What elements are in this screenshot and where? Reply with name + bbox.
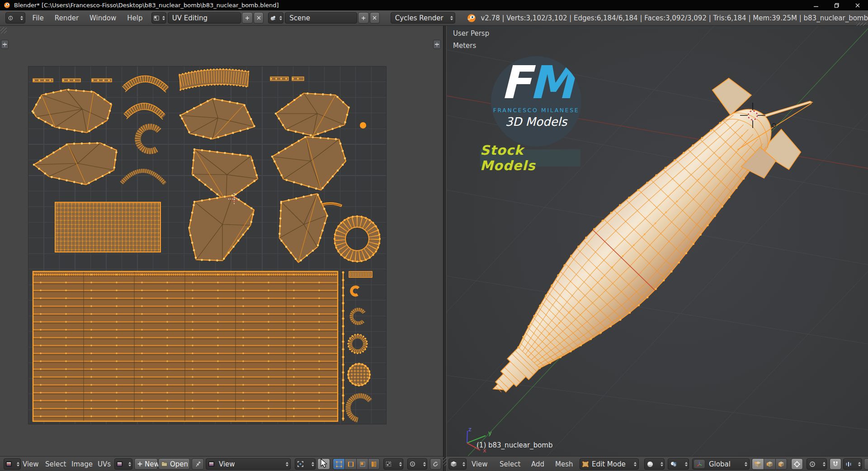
transform-orientation-group[interactable]: Global (692, 458, 750, 470)
close-button[interactable] (847, 0, 868, 10)
x-icon (256, 15, 261, 20)
delete-scene-button[interactable] (370, 12, 380, 24)
island-select-icon (370, 461, 377, 468)
uv-menu-view[interactable]: View (23, 457, 39, 471)
editor-type-dropdown-3d[interactable] (448, 458, 467, 470)
uv-sync-selection-toggle[interactable] (317, 458, 330, 470)
mode-value: Edit Mode (589, 460, 626, 468)
vertex-cube-icon (755, 461, 762, 468)
uv-select-face-button[interactable] (356, 458, 368, 470)
uv-menu-image[interactable]: Image (71, 457, 93, 471)
screen-layout-value: UV Editing (168, 14, 208, 22)
add-layout-button[interactable] (242, 12, 253, 24)
info-editor-icon (6, 14, 13, 22)
watermark-monogram: F M (500, 59, 572, 106)
open-image-label: Open (170, 460, 188, 468)
menu-file[interactable]: File (27, 14, 49, 22)
menu-help[interactable]: Help (122, 14, 148, 22)
uv-toolshelf-expand-tab[interactable] (1, 40, 9, 49)
axis-y-label: y (488, 429, 492, 436)
chevron-up-down-icon (462, 462, 466, 466)
chevron-up-down-icon (16, 462, 20, 466)
watermark-tagline: 3D Models (505, 115, 567, 128)
folder-icon (161, 461, 168, 467)
screen-layout-dropdown[interactable]: UV Editing (168, 12, 241, 24)
title-bar: Blender* [C:\Users\Francesco-Fisso\Deskt… (0, 0, 868, 10)
blender-app-icon (4, 2, 10, 9)
render-engine-dropdown[interactable]: Cycles Render (391, 12, 456, 24)
viewport-units-label: Meters (453, 42, 476, 50)
proportional-edit-dropdown-3d[interactable] (807, 458, 827, 470)
v3d-menu-add[interactable]: Add (531, 457, 544, 471)
minimize-icon (813, 3, 819, 8)
axis-z-label: z (468, 426, 472, 433)
editor-type-dropdown-uv[interactable] (4, 458, 21, 470)
x-icon (372, 15, 377, 20)
vertex-mode-button[interactable] (752, 458, 764, 470)
uv-area-corner-widget[interactable] (0, 27, 7, 33)
uv-proportional-edit-dropdown[interactable] (407, 458, 427, 470)
screen-layout-icon-dropdown[interactable] (151, 12, 166, 24)
edit-mode-icon (582, 461, 589, 468)
snap-target-button[interactable] (864, 458, 868, 470)
uv-canvas[interactable] (28, 66, 387, 424)
menu-render[interactable]: Render (49, 14, 84, 22)
pivot-point-dropdown[interactable] (668, 458, 689, 470)
uv-select-island-button[interactable] (368, 458, 380, 470)
uv-pivot-dropdown[interactable] (295, 458, 316, 470)
plus-icon (3, 43, 7, 47)
new-image-button[interactable]: New (134, 458, 158, 470)
watermark-name: FRANCESCO MILANESE (493, 107, 580, 114)
snap-element-dropdown[interactable] (843, 458, 862, 470)
pivot-point-icon (670, 461, 677, 468)
minimize-button[interactable] (806, 0, 826, 10)
add-scene-button[interactable] (358, 12, 369, 24)
restore-button[interactable] (826, 0, 847, 10)
chevron-up-down-icon (857, 462, 862, 466)
uv-display-mode-dropdown[interactable]: View (206, 458, 291, 470)
scene-value: Scene (285, 14, 310, 22)
new-image-label: New (145, 460, 160, 468)
face-mode-button[interactable] (775, 458, 787, 470)
watermark-banner: Stock Models (480, 149, 580, 167)
scene-icon-dropdown[interactable] (268, 12, 283, 24)
viewport-axis-gizmo (459, 427, 505, 453)
viewport-perspective-label: User Persp (453, 29, 489, 38)
delete-layout-button[interactable] (254, 12, 264, 24)
manipulator-toggle[interactable] (791, 458, 803, 470)
uv-menu-uvs[interactable]: UVs (98, 457, 111, 471)
uv-select-edge-button[interactable] (344, 458, 356, 470)
window-title: Blender* [C:\Users\Francesco-Fisso\Deskt… (14, 2, 279, 9)
edge-mode-button[interactable] (764, 458, 775, 470)
open-image-button[interactable]: Open (158, 458, 190, 470)
pin-button[interactable] (192, 458, 204, 470)
viewport-shading-dropdown[interactable] (644, 458, 665, 470)
uv-snap-toggle[interactable] (430, 458, 441, 470)
chevron-up-down-icon (311, 462, 315, 466)
info-header: File Render Window Help UV Editing (0, 10, 868, 26)
chevron-up-down-icon (684, 462, 689, 466)
scene-dropdown[interactable]: Scene (285, 12, 357, 24)
uv-properties-expand-tab[interactable] (433, 40, 441, 49)
proportional-edit-icon (409, 461, 416, 467)
snap-increment-icon (845, 461, 852, 468)
image-datablock-dropdown[interactable] (114, 458, 132, 470)
uv-sticky-selection-dropdown[interactable] (383, 458, 403, 470)
editor-type-dropdown-info[interactable] (5, 12, 25, 24)
mode-dropdown[interactable]: Edit Mode (580, 458, 639, 470)
v3d-menu-mesh[interactable]: Mesh (555, 457, 573, 471)
orientation-value: Global (705, 460, 731, 468)
face-select-icon (359, 461, 366, 468)
menu-window[interactable]: Window (84, 14, 122, 22)
manipulator-toggle-mini[interactable] (693, 459, 705, 469)
uv-select-vertex-button[interactable] (333, 458, 344, 470)
editor-divider[interactable] (443, 26, 447, 471)
v3d-menu-view[interactable]: View (472, 457, 488, 471)
v3d-menu-select[interactable]: Select (500, 457, 520, 471)
manipulator-widget-icon (793, 461, 801, 468)
uv-island-body (33, 271, 338, 421)
blender-window: Blender* [C:\Users\Francesco-Fisso\Deskt… (0, 0, 868, 471)
snap-toggle[interactable] (830, 458, 841, 470)
uv-menu-select[interactable]: Select (45, 457, 66, 471)
plus-icon (361, 15, 366, 21)
